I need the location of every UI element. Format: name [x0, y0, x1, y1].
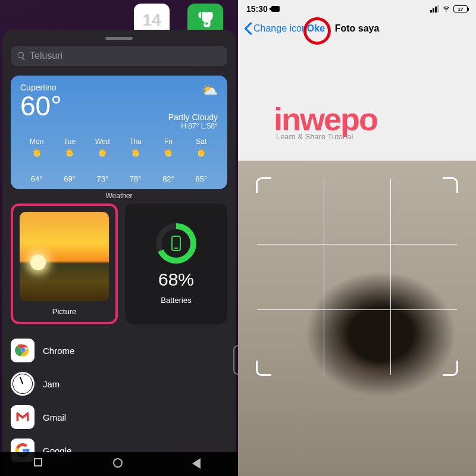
- search-icon: [17, 51, 26, 61]
- status-bar: 15:30 17: [238, 0, 476, 18]
- home-button[interactable]: [113, 458, 125, 470]
- status-time: 15:30: [246, 4, 268, 14]
- page-indicator-edge[interactable]: [233, 345, 238, 375]
- sunset-photo-thumbnail: [20, 212, 109, 301]
- evernote-app-icon[interactable]: [187, 4, 223, 30]
- battery-ring: [156, 223, 196, 264]
- battery-widget[interactable]: 68% Batteries: [125, 203, 227, 324]
- forecast-day: Wed☀️73°: [86, 137, 119, 183]
- app-item-gmail[interactable]: Gmail: [11, 400, 227, 434]
- siri-app-suggestions: Chrome Jam Gmail Google: [11, 334, 227, 467]
- android-nav-bar: [0, 452, 238, 476]
- right-screenshot: 15:30 17 Change icon Foto saya Oke inwep…: [238, 0, 476, 476]
- chrome-icon: [11, 339, 35, 362]
- forecast-day: Fri☀️82°: [152, 137, 184, 183]
- sun-icon: ☀️: [97, 148, 108, 159]
- cellular-signal-icon: [430, 5, 439, 12]
- weather-widget-label: Weather: [11, 192, 227, 200]
- forecast-day: Mon☀️64°: [20, 137, 53, 183]
- app-item-clock[interactable]: Jam: [11, 367, 227, 400]
- sun-icon: ☀️: [64, 148, 75, 159]
- gmail-icon: [11, 405, 35, 429]
- search-field[interactable]: Telusuri: [11, 46, 227, 66]
- forecast-day: Tue☀️69°: [53, 137, 86, 183]
- picture-widget[interactable]: Picture: [11, 203, 118, 324]
- chevron-left-icon: [244, 22, 252, 35]
- back-label: Change icon: [253, 23, 307, 34]
- calendar-app-icon[interactable]: 14: [134, 4, 170, 30]
- wifi-icon: [441, 5, 451, 12]
- watermark: inwepo Learn & Share Tutorial: [274, 105, 476, 141]
- sun-icon: ☀️: [130, 148, 141, 159]
- battery-icon: 17: [453, 5, 468, 12]
- camera-icon: [271, 6, 280, 12]
- app-name: Gmail: [43, 412, 66, 422]
- weather-condition: Partly Cloudy: [168, 112, 218, 122]
- brand-logo-text: inwepo: [274, 105, 476, 134]
- sun-icon: ☀️: [32, 148, 42, 159]
- crop-handle-tl[interactable]: [256, 177, 271, 193]
- phone-icon: [171, 236, 181, 251]
- crop-frame[interactable]: [257, 178, 457, 375]
- clock-icon: [11, 372, 35, 396]
- battery-percent: 68%: [158, 270, 194, 290]
- crop-grid: [257, 178, 457, 375]
- weather-forecast-row: Mon☀️64° Tue☀️69° Wed☀️73° Thu☀️78° Fri☀…: [20, 137, 218, 183]
- left-screenshot: 14 Telusuri Cupertino 60° ⛅ P: [0, 0, 238, 476]
- nav-bar: Change icon Foto saya Oke: [238, 18, 476, 39]
- photo-crop-area[interactable]: [238, 161, 476, 476]
- sun-icon: ☀️: [196, 148, 206, 159]
- crop-handle-bl[interactable]: [256, 361, 271, 376]
- today-view-sheet: Telusuri Cupertino 60° ⛅ Partly Cloudy H…: [2, 30, 236, 476]
- crop-handle-br[interactable]: [443, 361, 458, 376]
- picture-widget-label: Picture: [52, 307, 76, 316]
- forecast-day: Thu☀️78°: [119, 137, 152, 183]
- cloud-sun-icon: ⛅: [168, 83, 218, 98]
- weather-temp: 60°: [20, 92, 62, 120]
- sun-icon: ☀️: [163, 148, 174, 159]
- back-button[interactable]: [192, 458, 204, 470]
- sheet-grabber[interactable]: [105, 37, 133, 40]
- back-link[interactable]: Change icon: [244, 22, 307, 35]
- done-button[interactable]: Oke: [307, 23, 325, 33]
- app-name: Chrome: [43, 346, 74, 356]
- recent-apps-button[interactable]: [34, 458, 46, 470]
- forecast-day: Sat☀️85°: [185, 137, 218, 183]
- calendar-day: 14: [142, 11, 161, 30]
- weather-widget[interactable]: Cupertino 60° ⛅ Partly Cloudy H:87° L:58…: [11, 76, 227, 189]
- weather-hilo: H:87° L:58°: [168, 122, 218, 130]
- battery-widget-label: Batteries: [161, 296, 191, 305]
- crop-handle-tr[interactable]: [443, 177, 458, 193]
- home-screen-apps: 14: [0, 0, 238, 30]
- app-name: Jam: [43, 379, 60, 389]
- svg-point-3: [21, 349, 24, 352]
- app-item-chrome[interactable]: Chrome: [11, 334, 227, 367]
- search-placeholder: Telusuri: [30, 51, 62, 61]
